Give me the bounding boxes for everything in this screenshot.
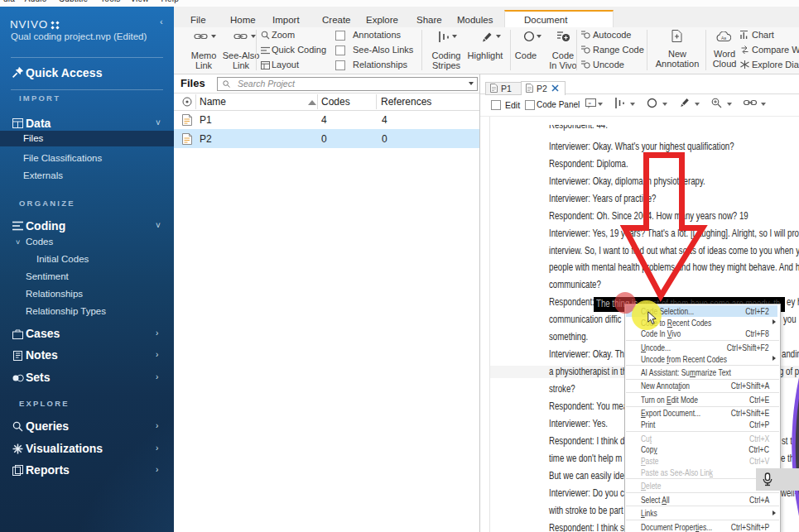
svg-text:Aa: Aa [721, 36, 726, 41]
svg-text:=: = [589, 101, 592, 106]
